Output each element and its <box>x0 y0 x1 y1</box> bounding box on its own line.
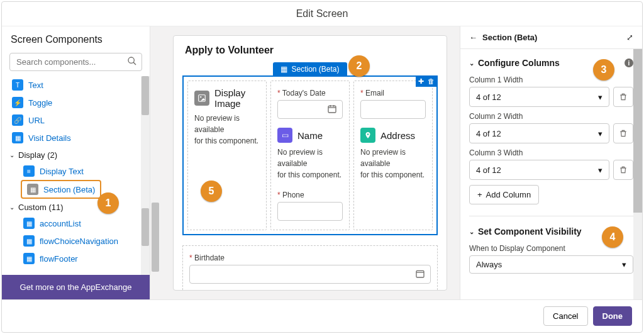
svg-point-0 <box>128 57 134 63</box>
section-container[interactable]: ✚ 🗑 Display Image No p <box>182 75 438 235</box>
component-section-beta[interactable]: ▦ Section (Beta) <box>23 182 99 197</box>
delete-column-3[interactable] <box>613 160 633 180</box>
component-url[interactable]: 🔗 URL <box>9 111 146 129</box>
email-input[interactable] <box>360 100 426 119</box>
search-input[interactable] <box>9 53 142 71</box>
scrollbar[interactable] <box>150 26 160 299</box>
back-icon[interactable]: ← <box>469 33 477 42</box>
search-icon <box>127 56 137 68</box>
component-flowchoicenav[interactable]: ▦ flowChoiceNavigation <box>21 232 146 250</box>
callout-5: 5 <box>201 181 222 202</box>
modal-title: Edit Screen <box>2 2 642 26</box>
add-icon[interactable]: ✚ <box>418 77 424 86</box>
chevron-down-icon: ▾ <box>598 129 602 138</box>
display-text-icon: ≡ <box>23 165 35 177</box>
component-label: URL <box>28 116 45 125</box>
chevron-down-icon: ⌄ <box>9 152 14 159</box>
component-label: Text <box>28 81 43 90</box>
custom-icon: ▦ <box>23 218 35 229</box>
plus-icon: + <box>477 190 482 199</box>
canvas: Apply to Volunteer ▦ Section (Beta) ✚ 🗑 <box>150 26 460 299</box>
info-icon[interactable]: i <box>625 58 633 67</box>
toggle-icon: ⚡ <box>12 97 23 108</box>
scrollbar-thumb[interactable] <box>152 203 159 272</box>
field-title: Display Image <box>214 87 260 109</box>
scrollbar-thumb[interactable] <box>142 76 149 115</box>
field-label: * Birthdate <box>189 253 431 262</box>
custom-icon: ▦ <box>23 235 35 247</box>
chevron-down-icon: ▾ <box>622 260 626 269</box>
component-accountlist[interactable]: ▦ accountList <box>21 214 146 232</box>
component-label: accountList <box>40 219 81 228</box>
section-icon: ▦ <box>27 184 38 195</box>
panel-title: Section (Beta) <box>482 33 537 42</box>
prop-label: Column 2 Width <box>469 112 633 121</box>
scrollbar-thumb[interactable] <box>633 49 642 213</box>
scrollbar[interactable] <box>633 49 642 299</box>
callout-2: 2 <box>348 55 370 77</box>
field-label: * Email <box>360 89 426 97</box>
when-display-select[interactable]: Always ▾ <box>469 255 633 274</box>
callout-3: 3 <box>593 59 614 81</box>
delete-column-1[interactable] <box>613 87 633 107</box>
image-icon <box>194 91 209 106</box>
column-3[interactable]: * Email Address No preview is availablef <box>353 81 433 230</box>
chevron-down-icon: ⌄ <box>469 60 474 67</box>
component-display-text[interactable]: ≡ Display Text <box>21 162 146 180</box>
field-title: Name <box>297 130 323 141</box>
field-title: Address <box>380 130 415 141</box>
select-value: Always <box>476 260 502 269</box>
expand-icon[interactable]: ⤢ <box>626 33 633 42</box>
phone-input[interactable] <box>277 202 343 221</box>
section-label: Section (Beta) <box>291 65 339 74</box>
section-header-tag[interactable]: ▦ Section (Beta) <box>273 62 347 76</box>
below-section[interactable]: * Birthdate <box>182 245 438 290</box>
group-display[interactable]: ⌄ Display (2) <box>9 147 146 162</box>
component-label: flowChoiceNavigation <box>40 237 118 246</box>
component-flowfooter[interactable]: ▦ flowFooter <box>21 250 146 267</box>
group-custom[interactable]: ⌄ Custom (11) <box>9 199 146 214</box>
select-value: 4 of 12 <box>476 129 501 138</box>
location-icon <box>360 128 375 143</box>
column3-width-select[interactable]: 4 of 12 ▾ <box>469 160 609 180</box>
column2-width-select[interactable]: 4 of 12 ▾ <box>469 123 609 143</box>
add-column-button[interactable]: + Add Column <box>469 185 539 204</box>
calendar-icon[interactable] <box>415 269 425 281</box>
svg-line-1 <box>133 62 136 65</box>
component-visit-details[interactable]: ▦ Visit Details <box>9 129 146 147</box>
calendar-icon[interactable] <box>327 104 337 116</box>
group-label: Display (2) <box>18 150 57 160</box>
no-preview-text: No preview is availablefor this componen… <box>277 147 343 181</box>
group-label: Custom (11) <box>18 203 64 212</box>
component-text[interactable]: T Text <box>9 76 146 94</box>
svg-point-3 <box>200 96 201 97</box>
components-heading: Screen Components <box>2 26 150 50</box>
scrollbar-thumb[interactable] <box>142 208 149 246</box>
scrollbar[interactable] <box>141 76 150 275</box>
screen-title[interactable]: Apply to Volunteer <box>174 36 447 62</box>
delete-icon[interactable]: 🗑 <box>428 77 435 86</box>
section-heading: Configure Columns <box>478 58 560 68</box>
svg-point-8 <box>367 133 369 135</box>
chevron-down-icon: ⌄ <box>9 204 14 211</box>
callout-4: 4 <box>602 226 623 248</box>
column-2[interactable]: * Today's Date ▭ Name <box>270 81 350 230</box>
birthdate-input[interactable] <box>189 265 431 284</box>
column1-width-select[interactable]: 4 of 12 ▾ <box>469 87 609 107</box>
no-preview-text: No preview is availablefor this componen… <box>194 113 260 147</box>
field-label: * Today's Date <box>277 89 343 97</box>
date-input[interactable] <box>277 100 343 119</box>
component-label: flowFooter <box>40 254 78 264</box>
select-value: 4 of 12 <box>476 165 501 175</box>
component-label: Display Text <box>40 167 84 176</box>
text-icon: T <box>12 79 23 91</box>
svg-rect-4 <box>328 106 336 113</box>
appexchange-link[interactable]: Get more on the AppExchange <box>2 275 150 299</box>
component-toggle[interactable]: ⚡ Toggle <box>9 94 146 111</box>
done-button[interactable]: Done <box>593 306 633 326</box>
delete-column-2[interactable] <box>613 123 633 143</box>
column-1[interactable]: Display Image No preview is availablefor… <box>187 81 267 230</box>
callout-1: 1 <box>97 192 119 214</box>
cancel-button[interactable]: Cancel <box>543 306 587 326</box>
component-label: Visit Details <box>28 133 71 143</box>
